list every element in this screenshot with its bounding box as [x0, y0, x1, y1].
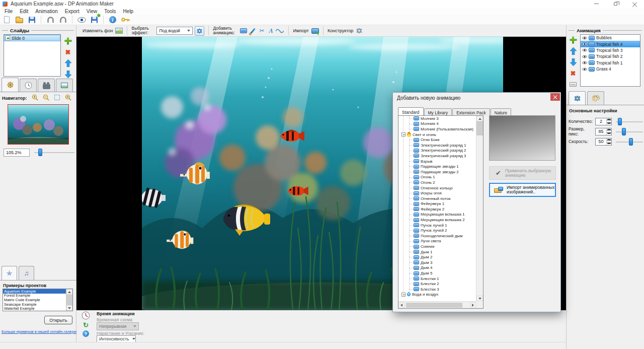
tree-item[interactable]: Электрический разряд 1	[398, 143, 476, 148]
setting-slider[interactable]	[616, 128, 643, 135]
zoom-out-button[interactable]	[43, 94, 49, 102]
setting-slider[interactable]	[616, 138, 643, 146]
delete-animation-button[interactable]: ✖	[569, 67, 578, 79]
menu-item[interactable]: Help	[120, 9, 137, 14]
open-example-button[interactable]: Открыть	[44, 316, 72, 324]
add-text-animation-button[interactable]: A	[266, 26, 275, 35]
minimize-button[interactable]	[587, 0, 606, 8]
zoom-fit-button[interactable]	[54, 94, 60, 102]
spin-down-button[interactable]	[607, 121, 611, 125]
value-spinner[interactable]: 2	[595, 118, 612, 125]
apply-animation-button[interactable]: ✔ Применить выбранную анимацию	[489, 166, 556, 180]
tab-background[interactable]	[56, 79, 73, 92]
scroll-thumb[interactable]	[66, 295, 72, 305]
animation-item[interactable]: Tropical fish 1	[581, 60, 640, 66]
constructor-gear-icon[interactable]	[356, 27, 363, 34]
examples-scrollbar[interactable]	[66, 289, 72, 311]
animation-item[interactable]: Tropical fish 2	[581, 53, 640, 59]
effect-settings-button[interactable]	[195, 26, 204, 36]
tree-item[interactable]: Электрический разряд 2	[398, 148, 476, 154]
tab-examples[interactable]: ★	[2, 266, 17, 280]
scroll-up-arrow[interactable]	[476, 116, 483, 121]
import-animated-images-button[interactable]: Импорт анимированных изображений..	[489, 183, 556, 197]
move-slide-down-button[interactable]	[63, 68, 72, 80]
menu-item[interactable]: Export	[61, 9, 83, 14]
tree-item[interactable]: Огонь 1	[398, 175, 476, 180]
tree-item[interactable]: Падающие звезды 1	[398, 164, 476, 169]
animation-item[interactable]: Tropical fish 3	[581, 47, 640, 53]
tree-item[interactable]: Молния 3	[398, 116, 476, 121]
tree-item[interactable]: Дым 1	[398, 249, 476, 255]
slide-item[interactable]: Slide 0	[4, 35, 60, 41]
import-button[interactable]: Импорт	[293, 28, 308, 33]
add-animation-button[interactable]	[569, 34, 578, 45]
tree-item[interactable]: Мерцающая вспышка 1	[398, 212, 476, 218]
animation-list[interactable]: Bubbles Tropical fish 4 Tropical fish 3 …	[580, 34, 640, 87]
visibility-eye-icon[interactable]	[582, 67, 587, 71]
collapse-icon[interactable]	[401, 132, 406, 136]
tree-item[interactable]: Фейерверк 1	[398, 201, 476, 207]
scroll-down-arrow[interactable]	[66, 305, 72, 311]
tree-item[interactable]: Молния 4	[398, 121, 476, 127]
about-button[interactable]: i	[108, 15, 117, 24]
value-spinner[interactable]: 50	[595, 138, 612, 146]
scroll-thumb[interactable]	[406, 303, 462, 308]
add-cut-animation-button[interactable]: ✂	[257, 26, 266, 35]
tree-item[interactable]: Падающие звезды 2	[398, 169, 476, 175]
tab-color-settings[interactable]	[587, 91, 604, 105]
slides-list[interactable]: Slide 0	[4, 34, 61, 77]
tab-scene-settings[interactable]	[2, 78, 19, 92]
scroll-left-arrow[interactable]	[398, 302, 405, 308]
example-item[interactable]: Forest Example	[3, 294, 66, 298]
add-slide-button[interactable]	[63, 35, 72, 46]
tree-item[interactable]: Пучок лучей 1	[398, 223, 476, 228]
fade-select[interactable]: Интенсивность	[97, 335, 136, 342]
add-wave-animation-button[interactable]	[275, 26, 284, 35]
zoom-100-button[interactable]	[65, 94, 71, 102]
tree-item[interactable]: Пучок лучей 2	[398, 228, 476, 233]
scroll-right-arrow[interactable]	[470, 302, 476, 308]
slider-thumb[interactable]	[629, 138, 633, 146]
tree-item[interactable]: Дым 5	[398, 270, 476, 276]
tree-item[interactable]: Фейерверк 2	[398, 206, 476, 212]
tree-item[interactable]: Свет и огонь	[398, 132, 476, 137]
open-project-button[interactable]	[15, 15, 24, 24]
menu-item[interactable]: Edit	[16, 9, 32, 14]
tab-camera[interactable]	[38, 79, 55, 92]
add-image-animation-button[interactable]	[239, 26, 248, 35]
tree-item[interactable]: Сияние	[398, 244, 476, 249]
visibility-eye-icon[interactable]	[582, 48, 587, 52]
scroll-thumb[interactable]	[476, 121, 483, 135]
animation-tree[interactable]: Молния 3 Молния 4 Молния (Пользовательск…	[398, 116, 476, 301]
tree-item[interactable]: Искры огня	[398, 190, 476, 196]
zoom-in-button[interactable]	[32, 94, 38, 102]
spin-down-button[interactable]	[607, 142, 611, 145]
dialog-close-button[interactable]	[550, 93, 560, 101]
tree-item[interactable]: Огонь 2	[398, 180, 476, 185]
tree-item[interactable]: Лучи света	[398, 239, 476, 244]
zoom-slider[interactable]	[34, 149, 74, 157]
constructor-button[interactable]: Конструктор	[328, 28, 353, 33]
move-animation-up-button[interactable]	[569, 45, 578, 56]
zoom-slider-thumb[interactable]	[38, 149, 42, 156]
tab-music[interactable]: ♫	[19, 266, 34, 280]
change-background-button[interactable]: Изменить фон	[83, 28, 113, 33]
menu-item[interactable]: File	[1, 9, 16, 14]
export-video-button[interactable]: ✱	[90, 15, 99, 24]
tree-item[interactable]: Электрический разряд 3	[398, 153, 476, 159]
save-project-button[interactable]	[27, 15, 36, 24]
tree-item[interactable]: Блестки 3	[398, 287, 476, 292]
add-brush-animation-button[interactable]	[248, 26, 257, 35]
restore-button[interactable]	[606, 0, 625, 8]
help-icon[interactable]: ?	[83, 330, 89, 337]
slider-thumb[interactable]	[622, 128, 626, 135]
tree-item[interactable]: Мерцающая вспышка 2	[398, 217, 476, 223]
menu-item[interactable]: Tools	[101, 9, 119, 14]
spin-down-button[interactable]	[607, 131, 611, 135]
preview-button[interactable]	[77, 15, 86, 24]
visibility-eye-icon[interactable]	[582, 55, 587, 58]
rename-animation-button[interactable]	[569, 79, 578, 90]
visibility-eye-icon[interactable]	[582, 36, 587, 40]
animation-item[interactable]: Tropical fish 4	[581, 41, 640, 47]
visibility-eye-icon[interactable]	[582, 42, 587, 46]
